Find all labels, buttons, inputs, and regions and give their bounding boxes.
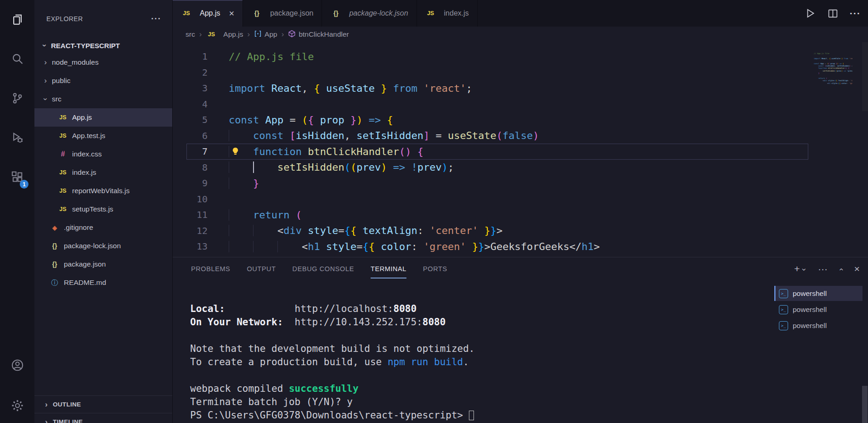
tab-label: package-lock.json <box>349 9 408 17</box>
panel-tab-debug-console[interactable]: DEBUG CONSOLE <box>293 258 354 278</box>
terminal-output[interactable]: Local: http://localhost:8080On Your Netw… <box>190 302 762 422</box>
tree-item-index-css[interactable]: #index.css <box>34 145 172 163</box>
file-tree: ›node_modules›public›srcJSApp.jsJSApp.te… <box>34 53 172 292</box>
run-and-debug-icon[interactable] <box>0 124 34 151</box>
tree-item-reportwebvitals-js[interactable]: JSreportWebVitals.js <box>34 182 172 200</box>
section-timeline[interactable]: ›TIMELINE <box>34 413 172 423</box>
panel-scrollbar[interactable] <box>862 386 868 423</box>
code-line[interactable]: 8 setIsHidden((prev) => !prev); <box>173 160 868 176</box>
panel-tab-problems[interactable]: PROBLEMS <box>191 258 230 278</box>
line-number: 10 <box>173 194 208 205</box>
panel-tab-ports[interactable]: PORTS <box>423 258 447 278</box>
code-line[interactable]: 10 <box>173 191 868 207</box>
tree-item-app-test-js[interactable]: JSApp.test.js <box>34 127 172 145</box>
js-file-icon: JS <box>425 10 436 17</box>
more-actions-icon[interactable]: ··· <box>151 14 161 24</box>
close-icon[interactable]: × <box>229 8 234 19</box>
tree-item-index-js[interactable]: JSindex.js <box>34 163 172 182</box>
code-text: const App = ({ prop }) => { <box>229 114 393 126</box>
tab-bar: JSApp.js×{}package.json{}package-lock.js… <box>173 0 868 27</box>
tree-item-readme-md[interactable]: ⓘREADME.md <box>34 273 172 292</box>
tree-item-label: public <box>52 77 71 85</box>
code-line[interactable]: 5const App = ({ prop }) => { <box>173 112 868 128</box>
minimap-line: import React, { useState } from 'react'; <box>814 57 852 60</box>
tree-item-node-modules[interactable]: ›node_modules <box>34 53 172 72</box>
line-number: 11 <box>173 209 208 220</box>
terminal-instance-powershell[interactable]: >_powershell <box>774 302 862 317</box>
terminal-instance-powershell[interactable]: >_powershell <box>774 318 862 333</box>
tree-item-public[interactable]: ›public <box>34 72 172 90</box>
git-file-icon: ◈ <box>49 224 60 231</box>
accounts-icon[interactable] <box>0 351 34 379</box>
info-file-icon: ⓘ <box>49 278 60 287</box>
tree-item-label: setupTests.js <box>72 205 113 213</box>
lightbulb-icon[interactable] <box>231 146 240 158</box>
tree-item-src[interactable]: ›src <box>34 90 172 108</box>
code-line[interactable]: 1// App.js file <box>173 49 868 65</box>
explorer-icon[interactable] <box>0 6 34 33</box>
editor-group: JSApp.js×{}package.json{}package-lock.js… <box>173 0 868 423</box>
tree-item-app-js[interactable]: JSApp.js <box>34 108 172 127</box>
new-terminal-icon[interactable]: + <box>794 264 800 273</box>
js-file-icon: JS <box>57 114 68 121</box>
tree-item--gitignore[interactable]: ◈.gitignore <box>34 218 172 237</box>
source-control-icon[interactable] <box>0 84 34 112</box>
code-line[interactable]: 11 return ( <box>173 207 868 223</box>
terminal-line <box>190 329 762 342</box>
tab-app-js[interactable]: JSApp.js× <box>173 0 243 27</box>
breadcrumb-item-src[interactable]: src <box>186 30 195 39</box>
minimap[interactable]: // App.js fileimport React, { useState }… <box>814 52 852 84</box>
panel-tab-output[interactable]: OUTPUT <box>247 258 276 278</box>
tab-label: package.json <box>270 9 313 17</box>
code-line[interactable]: 7 function btnClickHandler() { <box>173 144 868 160</box>
tab-package-json[interactable]: {}package.json <box>243 0 322 27</box>
breadcrumb-label: App.js <box>223 30 243 39</box>
tab-package-lock-json[interactable]: {}package-lock.json <box>322 0 417 27</box>
code-line[interactable]: 13 <h1 style={{ color: 'green' }}>Geeksf… <box>173 239 868 255</box>
code-line[interactable]: 9 } <box>173 175 868 191</box>
code-line[interactable]: 4 <box>173 96 868 112</box>
chevron-right-icon: › <box>42 417 51 423</box>
tree-root-folder[interactable]: › REACT-TYPESCRIPT <box>34 38 172 53</box>
launch-profile-dropdown-icon[interactable]: › <box>803 264 806 273</box>
code-line[interactable]: 12 <div style={{ textAlign: 'center' }}> <box>173 223 868 239</box>
terminal-instance-powershell[interactable]: >_powershell <box>774 286 862 301</box>
code-line[interactable]: 6 const [isHidden, setIsHidden] = useSta… <box>173 128 868 144</box>
breadcrumb-item-app[interactable]: App <box>254 30 277 39</box>
terminal-line: Local: http://localhost:8080 <box>190 302 762 316</box>
code-line[interactable]: 3import React, { useState } from 'react'… <box>173 80 868 96</box>
close-panel-icon[interactable]: × <box>854 264 860 273</box>
split-editor-icon[interactable] <box>827 8 839 19</box>
tree-item-package-lock-json[interactable]: {}package-lock.json <box>34 237 172 255</box>
breadcrumb-item-btnclickhandler[interactable]: btnClickHandler <box>288 30 349 39</box>
settings-icon[interactable] <box>0 392 34 419</box>
js-file-icon: JS <box>57 133 68 139</box>
code-editor[interactable]: 1// App.js file23import React, { useStat… <box>173 42 868 257</box>
section-label: OUTLINE <box>53 401 81 408</box>
tree-item-label: package-lock.json <box>64 242 121 250</box>
search-icon[interactable] <box>0 45 34 72</box>
terminal-instance-label: powershell <box>793 306 827 314</box>
extensions-icon[interactable]: 1 <box>0 163 34 191</box>
more-icon[interactable]: ··· <box>818 264 828 273</box>
json-file-icon: {} <box>330 10 341 17</box>
maximize-panel-icon[interactable]: › <box>840 264 842 273</box>
breadcrumb-item-app-js[interactable]: JSApp.js <box>206 30 243 39</box>
tree-item-label: package.json <box>64 260 106 268</box>
editor-actions: ··· <box>804 0 861 27</box>
tree-item-package-json[interactable]: {}package.json <box>34 255 172 273</box>
tree-item-label: node_modules <box>52 58 99 67</box>
section-outline[interactable]: ›OUTLINE <box>34 395 172 413</box>
editor-scrollbar[interactable] <box>862 42 868 111</box>
run-icon[interactable] <box>804 7 816 19</box>
terminal-line: Terminate batch job (Y/N)? y <box>190 395 762 409</box>
tree-item-setuptests-js[interactable]: JSsetupTests.js <box>34 200 172 218</box>
tab-index-js[interactable]: JSindex.js <box>417 0 478 27</box>
more-icon[interactable]: ··· <box>850 8 861 19</box>
panel-tab-terminal[interactable]: TERMINAL <box>371 258 406 278</box>
sidebar-title: EXPLORER <box>46 15 83 22</box>
code-line[interactable]: 2 <box>173 65 868 81</box>
tree-item-label: reportWebVitals.js <box>72 187 130 195</box>
terminal-instance-list: >_powershell>_powershell>_powershell <box>774 286 862 334</box>
code-area: 1// App.js file23import React, { useStat… <box>173 42 868 255</box>
